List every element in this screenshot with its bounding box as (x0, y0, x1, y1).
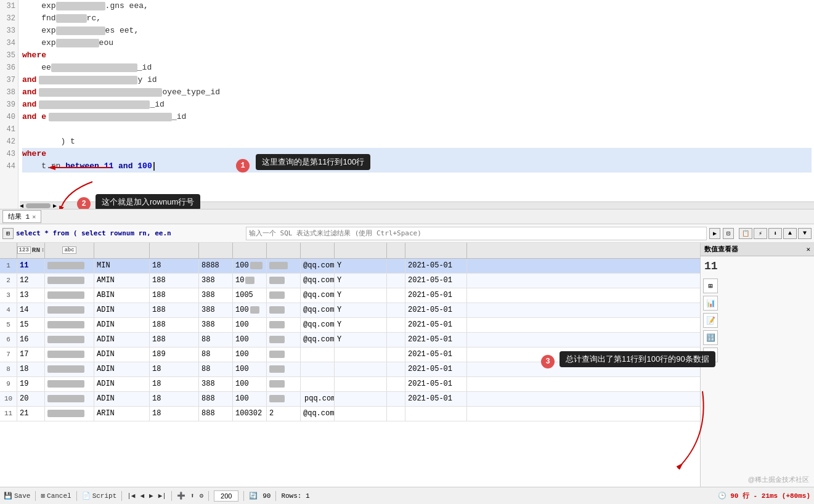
ln-33: 33 (0, 25, 18, 37)
expand-icon[interactable]: ⊞ (2, 228, 14, 239)
toolbar-icon-5[interactable]: ▼ (798, 228, 812, 239)
blurred-36 (51, 63, 137, 72)
toolbar-icon-4[interactable]: ▲ (783, 228, 797, 239)
code-line-37: and y id (22, 74, 812, 86)
code-line-38: and oyee_type_id (22, 86, 812, 99)
header-col4[interactable] (199, 243, 233, 258)
code-line-42: ) t (22, 136, 812, 148)
value-viewer-value: 11 (701, 256, 814, 276)
tab-close-icon[interactable]: ✕ (32, 213, 36, 221)
settings-button[interactable]: ⚙ (200, 492, 204, 500)
first-page-button[interactable]: |◀ (127, 492, 135, 500)
ln-37: 37 (0, 74, 18, 86)
viewer-icon-3[interactable]: 📝 (703, 313, 718, 328)
table-row[interactable]: 8 18 ADIN 18 88 100 2021-05-01 (0, 362, 814, 377)
table-row[interactable]: 1 11 MIN 18 8888 100 @qq.com Y 2021-05-0… (0, 259, 814, 274)
upload-button[interactable]: ⬆ (190, 492, 195, 500)
add-row-button[interactable]: ➕ (177, 492, 185, 500)
column-headers: 123 RN ↕ abc (0, 243, 814, 259)
refresh-icon[interactable]: 🔄 (249, 492, 258, 500)
header-col7[interactable] (301, 243, 335, 258)
code-content[interactable]: exp .gns eea, fnd rc, exp es eet, exp (20, 0, 814, 173)
table-row[interactable]: 10 20 ADIN 18 888 100 pqq.com 2021-05-01 (0, 392, 814, 407)
blurred-40 (49, 113, 172, 121)
save-button[interactable]: 💾 Save (4, 492, 30, 500)
header-col9[interactable] (387, 243, 405, 258)
scroll-thumb[interactable] (26, 203, 51, 208)
editor-scrollbar[interactable]: ◀ ▶ (20, 201, 814, 209)
status-right: 🕒 90 行 - 21ms (+80ms) (718, 491, 810, 500)
ln-39: 39 (0, 99, 18, 111)
toolbar-icon-3[interactable]: ⬇ (768, 228, 782, 239)
code-line-36: ee _id (22, 62, 812, 74)
viewer-icon-4[interactable]: 🔢 (703, 330, 718, 345)
script-icon: 📄 (82, 492, 91, 500)
header-col10[interactable] (405, 243, 467, 258)
ln-32: 32 (0, 12, 18, 25)
header-col5[interactable] (233, 243, 267, 258)
toolbar-icon-1[interactable]: 📋 (739, 228, 752, 239)
result-tab-1[interactable]: 结果 1 ✕ (2, 210, 41, 223)
blurred-37 (39, 76, 137, 84)
filter-input[interactable] (246, 227, 707, 240)
ln-44: 44 (0, 160, 18, 173)
table-main: 123 RN ↕ abc (0, 243, 814, 504)
table-row[interactable]: 6 16 ADIN 188 88 100 @qq.com Y 2021-05-0… (0, 333, 814, 348)
ln-42: 42 (0, 136, 18, 148)
blurred-33 (56, 26, 105, 35)
header-col3[interactable] (150, 243, 199, 258)
status-bar: 💾 Save ⊠ Cancel 📄 Script |◀ ◀ ▶ ▶| ➕ ⬆ ⚙ (0, 487, 814, 504)
page-size-input[interactable] (214, 490, 238, 502)
header-abc[interactable]: abc (45, 243, 94, 258)
status-icon: 🕒 (718, 492, 726, 500)
viewer-icon-2[interactable]: 📊 (703, 296, 718, 311)
header-col6[interactable] (267, 243, 301, 258)
sql-editor: 31 32 33 34 35 36 37 38 39 40 41 42 43 4… (0, 0, 814, 209)
cancel-button[interactable]: ⊠ Cancel (41, 492, 71, 500)
table-row[interactable]: 4 14 ADIN 188 388 100 @qq.com Y 2021-05-… (0, 303, 814, 318)
cancel-icon: ⊠ (41, 492, 45, 500)
ln-43: 43 (0, 148, 18, 160)
ln-41: 41 (0, 123, 18, 136)
filter-sql-display: select * from ( select rownum rn, ee.n (16, 229, 243, 237)
scroll-right-btn[interactable]: ▶ (53, 202, 57, 209)
prev-page-button[interactable]: ◀ (140, 492, 144, 500)
value-viewer-title: 数值查看器 ✕ (701, 243, 814, 256)
code-line-40: and e _id (22, 111, 812, 123)
filter-run-icon[interactable]: ▶ (709, 228, 720, 239)
rows-label: Rows: 1 (281, 492, 309, 500)
result-tabs: 结果 1 ✕ (0, 209, 814, 224)
header-col2[interactable] (94, 243, 150, 258)
save-icon: 💾 (4, 492, 12, 500)
filter-expand2-icon[interactable]: ⊡ (723, 228, 734, 239)
blurred-38 (39, 88, 162, 97)
blurred-39 (39, 100, 150, 109)
table-row[interactable]: 7 17 ADIN 189 88 100 2021-05-01 (0, 348, 814, 362)
header-rn[interactable]: 123 RN ↕ (17, 243, 45, 258)
script-button[interactable]: 📄 Script (82, 492, 117, 500)
code-line-31: exp .gns eea, (22, 0, 812, 12)
table-row[interactable]: 3 13 ABIN 188 388 1005 @qq.com Y 2021-05… (0, 288, 814, 303)
toolbar-icon-2[interactable]: ⚡ (754, 228, 767, 239)
scroll-left-btn[interactable]: ◀ (20, 202, 23, 209)
value-viewer-icons: ⊞ 📊 📝 🔢 📋 (701, 276, 814, 365)
viewer-icon-5[interactable]: 📋 (703, 348, 718, 362)
viewer-icon-1[interactable]: ⊞ (703, 278, 718, 293)
main-container: 31 32 33 34 35 36 37 38 39 40 41 42 43 4… (0, 0, 814, 504)
table-row[interactable]: 9 19 ADIN 18 388 100 2021-05-01 (0, 377, 814, 392)
table-row[interactable]: 5 15 ADIN 188 388 100 @qq.com Y 2021-05-… (0, 318, 814, 333)
code-line-34: exp eou (22, 37, 812, 49)
ln-40: 40 (0, 111, 18, 123)
value-viewer-panel: 数值查看器 ✕ 11 ⊞ 📊 📝 🔢 📋 (700, 243, 814, 504)
code-line-35: where (22, 49, 812, 62)
close-icon[interactable]: ✕ (806, 245, 810, 253)
table-row[interactable]: 2 12 AMIN 188 388 10 @qq.com Y 2021-05-0… (0, 274, 814, 288)
code-line-32: fnd rc, (22, 12, 812, 25)
header-row-num (0, 243, 17, 258)
next-page-button[interactable]: ▶ (149, 492, 153, 500)
filter-bar: ⊞ select * from ( select rownum rn, ee.n… (0, 224, 814, 243)
table-row[interactable]: 11 21 ARIN 18 888 100302 2 @qq.com (0, 407, 814, 421)
data-rows[interactable]: 1 11 MIN 18 8888 100 @qq.com Y 2021-05-0… (0, 259, 814, 497)
last-page-button[interactable]: ▶| (158, 492, 166, 500)
header-col8[interactable] (335, 243, 387, 258)
